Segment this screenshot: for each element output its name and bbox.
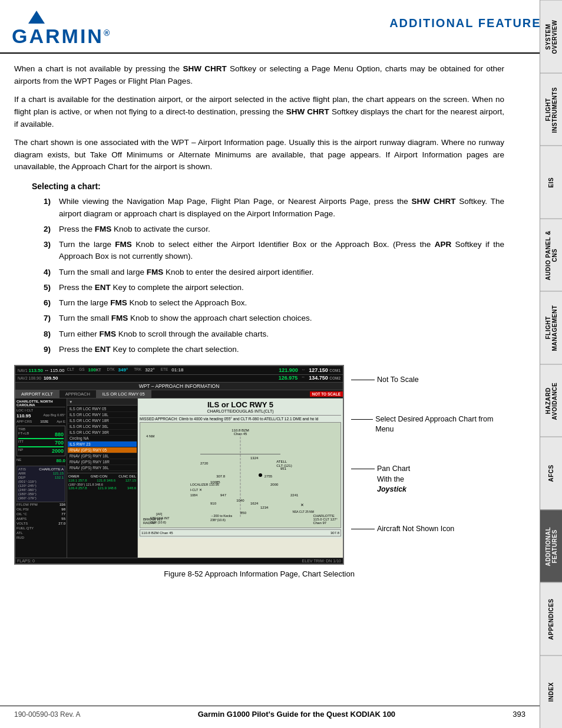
step-1: 1) While viewing the Navigation Map Page… [44, 196, 504, 220]
figure-wrapper: NAV1 113.50 ↔ 115.00 CLT GS 100KT DTK 34… [14, 365, 504, 565]
step-2: 2) Press the FMS Knob to activate the cu… [44, 223, 504, 235]
svg-text:2241: 2241 [290, 493, 299, 497]
nav-bar: NAV1 113.50 ↔ 115.00 CLT GS 100KT DTK 34… [15, 366, 343, 375]
svg-text:CLR (10.6): CLR (10.6) [150, 521, 166, 524]
annotation-not-to-scale: Not To Scale [351, 375, 504, 386]
nav2-bar: NAV2 108.90 109.50 126.975 ↔ 134.750 COM… [15, 375, 343, 383]
section-heading: Selecting a chart: [32, 182, 504, 191]
annotation-pan-chart: Pan ChartWith theJoystick [351, 464, 504, 495]
approach-entry-circling[interactable]: Circling NA [68, 436, 137, 442]
sidebar-item-additional-features[interactable]: ADDITIONAL FEATURES [540, 510, 562, 583]
svg-text:238°(10.6): 238°(10.6) [210, 518, 226, 522]
annotation-select-chart: Select Desired Approach Chart from Menu [351, 414, 504, 435]
svg-text:1234: 1234 [260, 506, 269, 509]
approach-entry-ils36l[interactable]: ILS OR LOC RWY 36L [68, 424, 137, 430]
screen-content-row: CHARLOTTE, NORTH CAROLINA LOC I CLT 110.… [15, 398, 343, 558]
page-header: GARMIN® ADDITIONAL FEATURES [0, 0, 562, 54]
svg-text:947: 947 [220, 493, 227, 497]
paragraph-2: If a chart is available for the destinat… [14, 94, 504, 131]
svg-text:307.8: 307.8 [216, 475, 226, 478]
svg-text:850: 850 [240, 511, 247, 515]
approach-entry-rnav18r[interactable]: RNAV (GPS) RWY 18R [68, 459, 137, 465]
step-list: 1) While viewing the Navigation Map Page… [44, 196, 504, 355]
tab-row: AIRPORT KCLT APPROACH ILS OR LOC RWY 05 … [15, 390, 343, 398]
svg-text:→200 to Kecks: →200 to Kecks [210, 514, 233, 518]
svg-text:10085: 10085 [210, 480, 220, 484]
footer-doc-number: 190-00590-03 Rev. A [14, 710, 81, 719]
step-7: 7) Turn the small FMS Knob to show the a… [44, 312, 504, 324]
sidebar-item-appendices[interactable]: APPENDICES [540, 582, 562, 655]
page-footer: 190-00590-03 Rev. A Garmin G1000 Pilot's… [0, 706, 540, 719]
step-6: 6) Turn the large FMS Knob to select the… [44, 297, 504, 309]
footer-page-number: 393 [513, 710, 525, 719]
svg-text:1084: 1084 [190, 493, 197, 497]
not-to-scale-badge: NOT TO SCALE [310, 391, 343, 397]
approach-entry-ils23[interactable]: ILS RWY 23 [68, 442, 137, 447]
sidebar-item-system-overview[interactable]: SYSTEM OVERVIEW [540, 0, 562, 73]
sidebar-item-index[interactable]: INDEX [540, 655, 562, 729]
footer-title: Garmin G1000 Pilot's Guide for the Quest… [198, 710, 395, 719]
figure-annotations: Not To Scale Select Desired Approach Cha… [351, 365, 504, 554]
approach-list-panel: ▼ ILS OR LOC RWY 05 ILS OR LOC RWY 18L I… [67, 398, 138, 558]
svg-text:2720: 2720 [200, 462, 209, 465]
svg-text:I-CLT ✕: I-CLT ✕ [190, 488, 202, 492]
logo-area: GARMIN® [12, 11, 111, 48]
svg-text:1324: 1324 [250, 456, 259, 460]
tab-approach[interactable]: APPROACH [59, 390, 97, 398]
svg-text:1040: 1040 [236, 499, 244, 502]
avionics-screen: NAV1 113.50 ↔ 115.00 CLT GS 100KT DTK 34… [14, 365, 344, 565]
right-sidebar: SYSTEM OVERVIEW FLIGHT INSTRUMENTS EIS A… [540, 0, 562, 728]
sidebar-item-hazard-avoidance[interactable]: HAZARD AVOIDANCE [540, 364, 562, 437]
sidebar-item-flight-management[interactable]: FLIGHT MANAGEMENT [540, 291, 562, 364]
chart-map: 110.8 BZM Chan 45 4 NM BRKAW INTRADAR CH… [140, 422, 341, 528]
approach-entry-rnav05[interactable]: RNAV (GPS) RWY 05 [68, 447, 137, 453]
sidebar-item-audio-panel-cns[interactable]: AUDIO PANEL & CNS [540, 219, 562, 292]
approach-entry-rnav36l[interactable]: RNAV (GPS) RWY 36L [68, 465, 137, 471]
step-8: 8) Turn either FMS Knob to scroll throug… [44, 328, 504, 340]
tab-ils[interactable]: ILS OR LOC RWY 05 [97, 390, 151, 398]
svg-text:KBECKS INT: KBECKS INT [150, 516, 170, 520]
svg-text:CLT (121): CLT (121) [276, 464, 292, 467]
left-gauges-panel: CHARLOTTE, NORTH CAROLINA LOC I CLT 110.… [15, 398, 67, 558]
paragraph-1: When a chart is not available by pressin… [14, 63, 504, 88]
main-content: When a chart is not available by pressin… [0, 54, 540, 594]
page-title: ADDITIONAL FEATURES [389, 11, 550, 30]
tab-airport[interactable]: AIRPORT KCLT [15, 390, 59, 398]
svg-text:2000: 2000 [270, 483, 279, 486]
annotation-aircraft-icon: Aircraft Not Shown Icon [351, 524, 504, 535]
approach-entry-rnav18l[interactable]: RNAV (GPS) RWY 18L [68, 453, 137, 459]
svg-text:[AF]: [AF] [156, 512, 163, 516]
svg-text:1624: 1624 [250, 502, 259, 505]
svg-text:ATELL: ATELL [276, 460, 287, 463]
step-9: 9) Press the ENT Key to complete the cha… [44, 344, 504, 355]
figure-caption: Figure 8-52 Approach Information Page, C… [164, 569, 355, 578]
svg-text:2755: 2755 [265, 475, 273, 478]
garmin-triangle-icon [28, 11, 45, 24]
svg-point-2 [259, 473, 262, 477]
sidebar-item-flight-instruments[interactable]: FLIGHT INSTRUMENTS [540, 73, 562, 146]
sidebar-item-afcs[interactable]: AFCS [540, 437, 562, 510]
paragraph-3: The chart shown is one associated with t… [14, 137, 504, 174]
approach-entry-ils18l[interactable]: ILS OR LOC RWY 18L [68, 412, 137, 418]
svg-text:NSA CLT 25 NM: NSA CLT 25 NM [292, 510, 314, 513]
garmin-logo: GARMIN® [12, 25, 111, 48]
figure-container: NAV1 113.50 ↔ 115.00 CLT GS 100KT DTK 34… [14, 365, 504, 578]
right-chart-area: ILS or LOC RWY 5 CHARLOTTE/DOUGLAS INTL(… [138, 398, 343, 558]
step-3: 3) Turn the large FMS Knob to select eit… [44, 239, 504, 263]
sidebar-item-eis[interactable]: EIS [540, 146, 562, 219]
approach-entry-ils05[interactable]: ILS OR LOC RWY 05 [68, 406, 137, 412]
approach-entry-ils18r[interactable]: ILS OR LOC RWY 18R [68, 418, 137, 424]
nav1-segment: NAV1 113.50 ↔ 115.00 [18, 367, 64, 373]
approach-entry-ils36r[interactable]: ILS OR LOC RWY 36R [68, 430, 137, 436]
svg-text:910: 910 [210, 502, 217, 505]
wpt-bar: WPT – APPROACH INFORMATION [15, 383, 343, 390]
screen-bottom-bar: FLAPS: 0 ELEV TRIM: DN 1/10 [15, 558, 343, 564]
svg-text:951: 951 [280, 467, 287, 470]
svg-text:✕: ✕ [300, 503, 304, 508]
step-5: 5) Press the ENT Key to complete the air… [44, 282, 504, 294]
step-4: 4) Turn the small and large FMS Knob to … [44, 266, 504, 278]
